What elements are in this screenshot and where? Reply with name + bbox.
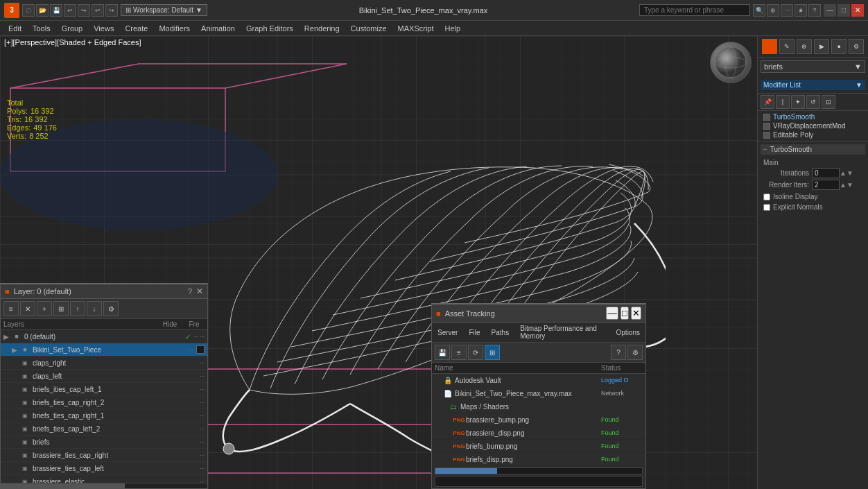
menu-animation[interactable]: Animation — [196, 23, 241, 34]
menu-group[interactable]: Group — [56, 23, 89, 34]
menu-customize[interactable]: Customize — [345, 23, 392, 34]
close-button[interactable]: ✕ — [851, 4, 864, 17]
open-button[interactable]: 📂 — [36, 4, 49, 17]
save-button[interactable]: 💾 — [50, 4, 62, 17]
layer-down-btn[interactable]: ↓ — [87, 301, 102, 316]
asset-menu-paths[interactable]: Paths — [489, 328, 512, 337]
asset-settings-btn[interactable]: ⚙ — [627, 345, 643, 360]
mod-pin-btn[interactable]: 📌 — [761, 95, 774, 109]
render-iters-spinner-down[interactable]: ▼ — [847, 181, 853, 189]
panel-icon-hierarchy[interactable]: ⊕ — [797, 39, 812, 54]
asset-close-btn[interactable]: ✕ — [631, 307, 641, 320]
layer-help-button[interactable]: ? — [188, 287, 192, 295]
list-item[interactable]: 🗂 Maps / Shaders — [432, 400, 645, 413]
layer-scrollbar[interactable] — [1, 483, 207, 488]
maximize-button[interactable]: □ — [837, 4, 850, 17]
list-item[interactable]: ▣ briefs_ities_cap_left_1 ··· — [1, 383, 207, 396]
panel-icon-modify[interactable]: ✎ — [779, 39, 795, 54]
iterations-input[interactable] — [812, 168, 840, 178]
layer-delete-btn[interactable]: ✕ — [20, 301, 35, 316]
asset-menu-file[interactable]: File — [466, 328, 483, 337]
asset-grid-btn[interactable]: ⊞ — [485, 345, 500, 360]
panel-icon-display[interactable]: ● — [831, 39, 847, 54]
mod-scale-btn[interactable]: ⊡ — [822, 95, 835, 109]
menu-views[interactable]: Views — [88, 23, 119, 34]
asset-help-btn[interactable]: ? — [611, 345, 626, 360]
undo2-button[interactable]: ↩ — [92, 4, 104, 17]
list-item[interactable]: ▶ ■ 0 (default) ✓ ··· ··· — [1, 330, 207, 343]
list-item[interactable]: 📄 Bikini_Set_Two_Piece_max_vray.max Netw… — [432, 387, 645, 400]
isoline-checkbox[interactable] — [763, 194, 770, 200]
asset-menu-server[interactable]: Server — [435, 328, 460, 337]
menu-help[interactable]: Help — [440, 23, 467, 34]
asset-save-btn[interactable]: 💾 — [435, 345, 450, 360]
list-item[interactable]: PNG brassiere_bump.png Found — [432, 413, 645, 427]
asset-menu-bitmap[interactable]: Bitmap Performance and Memory — [517, 324, 607, 341]
panel-icon-motion[interactable]: ▶ — [814, 39, 829, 54]
layer-add-btn[interactable]: + — [37, 301, 52, 316]
bookmark-icon[interactable]: ★ — [795, 4, 807, 17]
modifier-editable-poly[interactable]: Editable Poly — [761, 130, 865, 139]
list-item[interactable]: ▶ ■ Bikini_Set_Two_Piece ··· — [1, 343, 207, 357]
list-item[interactable]: ▣ claps_left ··· — [1, 370, 207, 383]
list-item[interactable]: PNG brassiere_disp.png Found — [432, 427, 645, 440]
menu-maxscript[interactable]: MAXScript — [392, 23, 440, 34]
list-item[interactable]: 🔒 Autodesk Vault Logged O — [432, 374, 645, 387]
search-icon[interactable]: 🔍 — [753, 4, 765, 17]
menu-modifiers[interactable]: Modifiers — [153, 23, 196, 34]
panel-icon-utilities[interactable]: ⚙ — [849, 39, 864, 54]
menu-create[interactable]: Create — [119, 23, 153, 34]
asset-path-input[interactable] — [435, 476, 643, 487]
iterations-spinner-down[interactable]: ▼ — [847, 169, 853, 177]
render-iters-spinner-up[interactable]: ▲ — [840, 181, 847, 189]
list-item[interactable]: ▣ brassiere_ties_cap_right ··· — [1, 449, 207, 462]
panel-icon-create[interactable]: ✦ — [762, 39, 777, 54]
layer-close-button[interactable]: ✕ — [196, 286, 203, 296]
list-item[interactable]: ▣ briefs_ties_cap_right_2 ··· — [1, 396, 207, 409]
redo-button[interactable]: ↪ — [78, 4, 90, 17]
viewport-label[interactable]: [+][Perspective][Shaded + Edged Faces] — [0, 36, 146, 49]
modifier-turbosmooth[interactable]: TurboSmooth — [761, 112, 865, 121]
menu-tools[interactable]: Tools — [27, 23, 56, 34]
layer-up-btn[interactable]: ↑ — [70, 301, 85, 316]
viewport-navigator[interactable] — [710, 42, 752, 83]
list-item[interactable]: PNG briefs_bump.png Found — [432, 440, 645, 453]
asset-menu-options[interactable]: Options — [614, 328, 643, 337]
filter-icon[interactable]: ⋯ — [781, 4, 793, 17]
asset-list-btn[interactable]: ≡ — [451, 345, 467, 360]
iterations-spinner-up[interactable]: ▲ — [840, 169, 847, 177]
workspace-selector[interactable]: ⊞ Workspace: Default ▼ — [121, 4, 207, 16]
asset-maximize-btn[interactable]: □ — [620, 307, 629, 320]
turbosmooth-collapse-btn[interactable]: − — [763, 146, 767, 153]
modifier-name-field[interactable]: briefs ▼ — [761, 60, 865, 73]
list-item[interactable]: ▣ brassiere_ties_cap_left ··· — [1, 462, 207, 475]
render-iters-input[interactable] — [812, 180, 840, 190]
undo-button[interactable]: ↩ — [64, 4, 76, 17]
viewport[interactable]: [+][Perspective][Shaded + Edged Faces] T… — [0, 36, 757, 489]
redo2-button[interactable]: ↪ — [105, 4, 118, 17]
search-input[interactable] — [639, 4, 750, 16]
minimize-button[interactable]: — — [824, 4, 836, 17]
new-button[interactable]: □ — [22, 4, 35, 17]
list-item[interactable]: PNG briefs_disp.png Found — [432, 453, 645, 466]
help-icon[interactable]: ? — [808, 4, 821, 17]
list-item[interactable]: ▣ brassiere_elastic ··· — [1, 475, 207, 483]
menu-edit[interactable]: Edit — [3, 23, 27, 34]
menu-rendering[interactable]: Rendering — [299, 23, 345, 34]
layer-select2-btn[interactable]: ⊞ — [53, 301, 69, 316]
list-item[interactable]: ▣ claps_right ··· — [1, 357, 207, 370]
layer-select-btn[interactable]: ≡ — [3, 301, 19, 316]
select-icon[interactable]: ⊕ — [767, 4, 779, 17]
list-item[interactable]: ▣ briefs_ties_cap_left_2 ··· — [1, 422, 207, 436]
layer-settings-btn[interactable]: ⚙ — [103, 301, 119, 316]
menu-graph-editors[interactable]: Graph Editors — [241, 23, 299, 34]
mod-move-btn[interactable]: ✦ — [791, 95, 805, 109]
list-item[interactable]: ▣ briefs_ties_cap_right_1 ··· — [1, 409, 207, 422]
modifier-vray[interactable]: VRayDisplacementMod — [761, 121, 865, 130]
explicit-checkbox[interactable] — [763, 204, 770, 211]
mod-rotate-btn[interactable]: ↺ — [806, 95, 820, 109]
asset-refresh-btn[interactable]: ⟳ — [468, 345, 483, 360]
list-item[interactable]: ▣ briefs ··· — [1, 436, 207, 449]
asset-minimize-btn[interactable]: — — [606, 307, 618, 320]
mod-select-btn[interactable]: | — [776, 95, 790, 109]
